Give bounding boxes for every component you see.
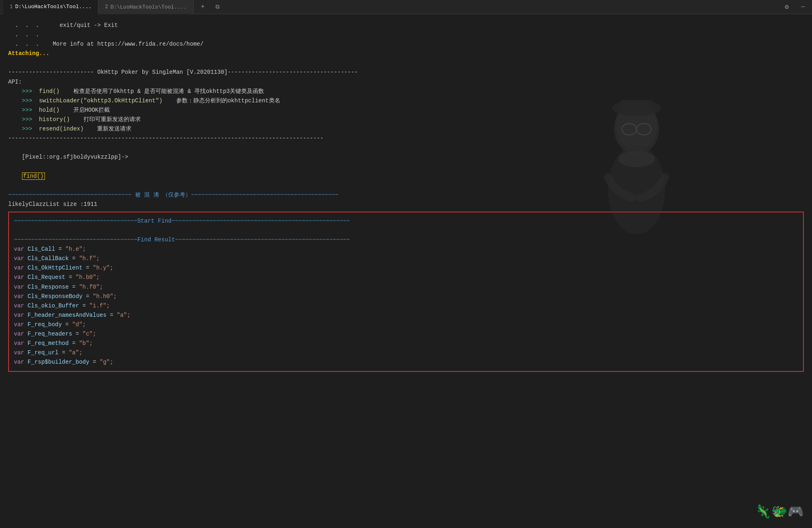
- var-value: "a";: [117, 312, 131, 318]
- var-value: "h.f0";: [79, 284, 103, 290]
- var-equals: =: [65, 274, 75, 281]
- var-line: var F_req_headers = "c";: [14, 329, 798, 339]
- var-value: "h.e";: [65, 246, 86, 252]
- var-name: F_header_namesAndValues: [28, 312, 106, 318]
- command-line: >>> switchLoader("okhttp3.OkHttpClient")…: [8, 96, 804, 106]
- var-name: Cls_Response: [28, 284, 69, 290]
- var-name: F_req_method: [28, 340, 69, 347]
- var-line: var F_req_url = "a";: [14, 348, 798, 358]
- wavy-line-1: ~~~~~~~~~~~~~~~~~~~~~~~~~~~~~~~~~~~~ 被 混…: [8, 190, 804, 200]
- vars-list: var Cls_Call = "h.e";var Cls_CallBack = …: [14, 245, 798, 367]
- var-line: var F_rsp$builder_body = "g";: [14, 358, 798, 367]
- command-comment: 检查是否使用了0khttp & 是否可能被混淆 & 寻找okhttp3关键类及函…: [73, 88, 264, 95]
- commands-list: >>> find() 检查是否使用了0khttp & 是否可能被混淆 & 寻找o…: [8, 87, 804, 134]
- settings-icon[interactable]: ⚙: [781, 1, 792, 13]
- api-label: API:: [8, 77, 804, 87]
- command-line: >>> hold() 开启HOOK拦截: [8, 106, 804, 115]
- find-result-line: ~~~~~~~~~~~~~~~~~~~~~~~~~~~~~~~~~~~~Find…: [14, 235, 798, 245]
- var-line: var Cls_Response = "h.f0";: [14, 283, 798, 292]
- title-bar: 1 D:\LuoHackTools\Tool.... 2 D:\LuoHackT…: [0, 0, 812, 14]
- var-name: Cls_Request: [28, 274, 65, 281]
- attaching-line: Attaching...: [8, 49, 804, 58]
- var-name: Cls_okio_Buffer: [28, 303, 79, 309]
- var-line: var Cls_CallBack = "h.f";: [14, 254, 798, 263]
- var-value: "h.b0";: [75, 274, 100, 281]
- var-name: Cls_OkHttpClient: [28, 265, 82, 271]
- var-value: "h.y";: [93, 265, 113, 271]
- var-line: var F_req_body = "d";: [14, 320, 798, 329]
- var-equals: =: [69, 255, 79, 262]
- tab-2[interactable]: 2 D:\LuoHackTools\Tool....: [98, 0, 193, 14]
- var-line: var Cls_okio_Buffer = "i.f";: [14, 301, 798, 311]
- var-equals: =: [79, 303, 89, 309]
- command-prompt: >>>: [8, 107, 32, 113]
- var-name: Cls_ResponseBody: [28, 293, 82, 300]
- result-box: ~~~~~~~~~~~~~~~~~~~~~~~~~~~~~~~~~~~~Star…: [8, 212, 804, 372]
- line-exit: . . . exit/quit -> Exit: [8, 21, 804, 30]
- var-line: var Cls_Request = "h.b0";: [14, 273, 798, 282]
- var-equals: =: [58, 349, 69, 356]
- input-command: find(): [22, 172, 45, 180]
- command-text: hold(): [32, 107, 60, 113]
- var-keyword: var: [14, 293, 28, 300]
- var-keyword: var: [14, 359, 28, 365]
- var-keyword: var: [14, 349, 28, 356]
- tab-2-number: 2: [105, 4, 108, 10]
- tab-actions: + ⧉: [197, 1, 223, 13]
- minimize-button[interactable]: —: [797, 1, 809, 13]
- command-prompt: >>>: [8, 116, 32, 123]
- separator-top: ------------------------- OkHttp Poker b…: [8, 68, 804, 77]
- var-value: "d";: [72, 321, 86, 328]
- add-tab-button[interactable]: +: [197, 1, 209, 13]
- var-value: "h.f";: [79, 255, 100, 262]
- title-bar-right: ⚙ —: [781, 1, 809, 13]
- tab-1[interactable]: 1 D:\LuoHackTools\Tool....: [3, 0, 98, 14]
- command-comment: 打印可重新发送的请求: [84, 116, 141, 123]
- var-equals: =: [69, 284, 79, 290]
- var-value: "b";: [79, 340, 93, 347]
- command-line: >>> history() 打印可重新发送的请求: [8, 115, 804, 124]
- var-equals: =: [89, 359, 100, 365]
- command-comment: 开启HOOK拦截: [73, 107, 110, 113]
- prompt-text: [Pixel::org.sfjboldyvukzzlpp]->: [22, 154, 128, 160]
- corner-decoration: 🦎🐲🎮: [755, 504, 804, 520]
- var-equals: =: [106, 312, 117, 318]
- var-keyword: var: [14, 284, 28, 290]
- command-text: resend(index): [32, 126, 84, 132]
- tab-1-label: D:\LuoHackTools\Tool....: [15, 4, 91, 10]
- var-line: var Cls_ResponseBody = "h.h0";: [14, 292, 798, 301]
- tab-2-label: D:\LuoHackTools\Tool....: [111, 4, 187, 10]
- size-info: likelyClazzList size :1911: [8, 200, 804, 209]
- var-keyword: var: [14, 331, 28, 337]
- var-equals: =: [72, 331, 82, 337]
- var-equals: =: [55, 246, 65, 252]
- command-text: history(): [32, 116, 70, 123]
- command-prompt: >>>: [8, 97, 32, 104]
- restore-tab-button[interactable]: ⧉: [212, 1, 223, 13]
- start-find-line: ~~~~~~~~~~~~~~~~~~~~~~~~~~~~~~~~~~~~Star…: [14, 217, 798, 226]
- input-prompt-line: [Pixel::org.sfjboldyvukzzlpp]-> find(): [8, 143, 804, 190]
- separator-bottom: ----------------------------------------…: [8, 134, 804, 143]
- var-keyword: var: [14, 312, 28, 318]
- var-value: "h.h0";: [93, 293, 117, 300]
- var-value: "c";: [82, 331, 96, 337]
- tab-1-number: 1: [10, 4, 13, 10]
- var-name: Cls_CallBack: [28, 255, 69, 262]
- var-value: "a";: [69, 349, 82, 356]
- var-line: var F_header_namesAndValues = "a";: [14, 311, 798, 320]
- var-line: var Cls_Call = "h.e";: [14, 245, 798, 254]
- empty-result-line: [14, 226, 798, 235]
- var-value: "i.f";: [89, 303, 110, 309]
- var-keyword: var: [14, 321, 28, 328]
- command-prompt: >>>: [8, 88, 32, 95]
- var-line: var F_req_method = "b";: [14, 339, 798, 348]
- var-name: F_req_url: [28, 349, 59, 356]
- var-line: var Cls_OkHttpClient = "h.y";: [14, 263, 798, 273]
- var-keyword: var: [14, 303, 28, 309]
- command-text: find(): [32, 88, 60, 95]
- terminal-content: . . . exit/quit -> Exit . . . . . . More…: [0, 14, 812, 378]
- line-dots: . . .: [8, 30, 804, 40]
- var-equals: =: [82, 265, 93, 271]
- command-comment: 参数：静态分析到的okhttpclient类名: [176, 97, 280, 104]
- var-name: F_req_body: [28, 321, 62, 328]
